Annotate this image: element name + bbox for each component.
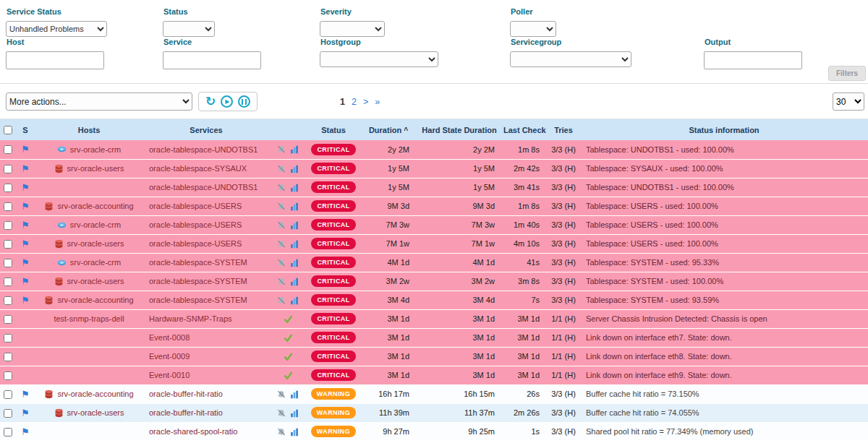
chart-icon[interactable] xyxy=(290,165,299,173)
host-link[interactable]: srv-oracle-users xyxy=(67,239,124,248)
row-checkbox[interactable] xyxy=(4,184,12,192)
chart-icon[interactable] xyxy=(290,409,299,418)
col-header-status[interactable]: Status xyxy=(307,119,360,140)
bell-muted-icon[interactable] xyxy=(277,240,286,249)
pagination-page-2[interactable]: 2 xyxy=(352,97,357,107)
host-link[interactable]: srv-oracle-users xyxy=(67,277,124,285)
service-link[interactable]: oracle-tablespace-USERS xyxy=(149,202,242,210)
bell-muted-icon[interactable] xyxy=(277,221,286,230)
service-link[interactable]: oracle-tablespace-SYSTEM xyxy=(149,296,247,304)
play-icon[interactable]: ▶ xyxy=(221,95,233,108)
col-header-hosts[interactable]: Hosts xyxy=(35,119,143,140)
bell-muted-icon[interactable] xyxy=(277,184,286,192)
flag-icon[interactable]: ⚑ xyxy=(21,238,30,249)
filters-button[interactable]: Filters xyxy=(828,66,866,81)
service-link[interactable]: Hardware-SNMP-Traps xyxy=(149,314,232,323)
host-link[interactable]: srv-oracle-accounting xyxy=(57,202,133,210)
passive-check-icon[interactable] xyxy=(284,371,293,380)
severity-select[interactable] xyxy=(320,21,385,37)
chart-icon[interactable] xyxy=(290,296,299,305)
host-link[interactable]: srv-oracle-users xyxy=(67,408,124,417)
chart-icon[interactable] xyxy=(290,390,299,399)
flag-icon[interactable]: ⚑ xyxy=(21,295,30,306)
row-checkbox[interactable] xyxy=(4,334,12,343)
passive-check-icon[interactable] xyxy=(284,333,293,343)
col-header-s[interactable]: S xyxy=(16,119,35,140)
service-link[interactable]: Event-0010 xyxy=(149,371,190,379)
pagination-last-icon[interactable]: » xyxy=(375,97,380,107)
row-checkbox[interactable] xyxy=(4,390,12,399)
row-checkbox[interactable] xyxy=(4,278,12,286)
more-actions-select[interactable]: More actions... xyxy=(6,93,192,111)
service-status-select[interactable]: Unhandled Problems xyxy=(6,21,107,37)
select-all-checkbox[interactable] xyxy=(4,126,12,134)
bell-muted-icon[interactable] xyxy=(277,390,286,399)
row-checkbox[interactable] xyxy=(4,221,12,230)
service-link[interactable]: Event-0008 xyxy=(149,333,190,342)
passive-check-icon[interactable] xyxy=(284,314,293,324)
bell-muted-icon[interactable] xyxy=(277,409,286,418)
row-checkbox[interactable] xyxy=(4,202,12,211)
host-input[interactable] xyxy=(6,51,104,69)
page-size-select[interactable]: 30 xyxy=(833,93,864,111)
chart-icon[interactable] xyxy=(290,202,299,211)
flag-icon[interactable]: ⚑ xyxy=(21,426,30,437)
bell-muted-icon[interactable] xyxy=(277,259,286,267)
row-checkbox[interactable] xyxy=(4,371,12,380)
col-header-last-check[interactable]: Last Check xyxy=(502,119,547,140)
service-link[interactable]: oracle-tablespace-USERS xyxy=(149,220,242,229)
flag-icon[interactable]: ⚑ xyxy=(21,201,30,212)
bell-muted-icon[interactable] xyxy=(277,428,286,436)
poller-select[interactable] xyxy=(510,21,556,37)
row-checkbox[interactable] xyxy=(4,240,12,249)
bell-muted-icon[interactable] xyxy=(277,202,286,211)
host-link[interactable]: srv-oracle-crm xyxy=(70,145,121,154)
flag-icon[interactable]: ⚑ xyxy=(21,276,30,287)
col-header-tries[interactable]: Tries xyxy=(547,119,580,140)
pagination-page-1[interactable]: 1 xyxy=(340,97,345,107)
flag-icon[interactable]: ⚑ xyxy=(21,144,30,155)
service-link[interactable]: oracle-tablespace-SYSAUX xyxy=(149,164,247,173)
bell-muted-icon[interactable] xyxy=(277,296,286,305)
status-select[interactable] xyxy=(163,21,215,37)
bell-muted-icon[interactable] xyxy=(277,145,286,154)
host-link[interactable]: srv-oracle-accounting xyxy=(57,390,133,398)
chart-icon[interactable] xyxy=(290,428,299,436)
refresh-icon[interactable]: ↻ xyxy=(205,95,216,108)
service-link[interactable]: oracle-tablespace-SYSTEM xyxy=(149,277,247,285)
flag-icon[interactable]: ⚑ xyxy=(21,408,30,418)
col-header-status-information[interactable]: Status information xyxy=(580,119,868,140)
row-checkbox[interactable] xyxy=(4,145,12,154)
chart-icon[interactable] xyxy=(290,184,299,192)
row-checkbox[interactable] xyxy=(4,165,12,173)
chart-icon[interactable] xyxy=(290,221,299,230)
passive-check-icon[interactable] xyxy=(284,352,293,361)
row-checkbox[interactable] xyxy=(4,353,12,361)
col-header-services[interactable]: Services xyxy=(143,119,269,140)
host-link[interactable]: srv-oracle-crm xyxy=(70,220,121,229)
chart-icon[interactable] xyxy=(290,278,299,286)
service-link[interactable]: Event-0009 xyxy=(149,352,190,361)
pagination-next-icon[interactable]: > xyxy=(363,97,368,107)
flag-icon[interactable]: ⚑ xyxy=(21,163,30,174)
chart-icon[interactable] xyxy=(290,259,299,267)
chart-icon[interactable] xyxy=(290,240,299,249)
service-link[interactable]: oracle-tablespace-UNDOTBS1 xyxy=(149,183,258,192)
row-checkbox[interactable] xyxy=(4,259,12,267)
pause-icon[interactable] xyxy=(238,95,250,108)
servicegroup-select[interactable] xyxy=(510,51,631,67)
chart-icon[interactable] xyxy=(290,145,299,154)
row-checkbox[interactable] xyxy=(4,409,12,418)
service-input[interactable] xyxy=(163,51,261,69)
col-header-hard-state-duration[interactable]: Hard State Duration xyxy=(417,119,502,140)
host-link[interactable]: srv-oracle-crm xyxy=(70,258,121,267)
service-link[interactable]: oracle-tablespace-SYSTEM xyxy=(149,258,247,267)
row-checkbox[interactable] xyxy=(4,296,12,305)
flag-icon[interactable]: ⚑ xyxy=(21,220,30,231)
flag-icon[interactable]: ⚑ xyxy=(21,182,30,193)
service-link[interactable]: oracle-tablespace-USERS xyxy=(149,239,242,248)
host-link[interactable]: srv-oracle-accounting xyxy=(57,296,133,304)
hostgroup-select[interactable] xyxy=(320,51,438,67)
bell-muted-icon[interactable] xyxy=(277,165,286,173)
service-link[interactable]: oracle-tablespace-UNDOTBS1 xyxy=(149,145,258,154)
